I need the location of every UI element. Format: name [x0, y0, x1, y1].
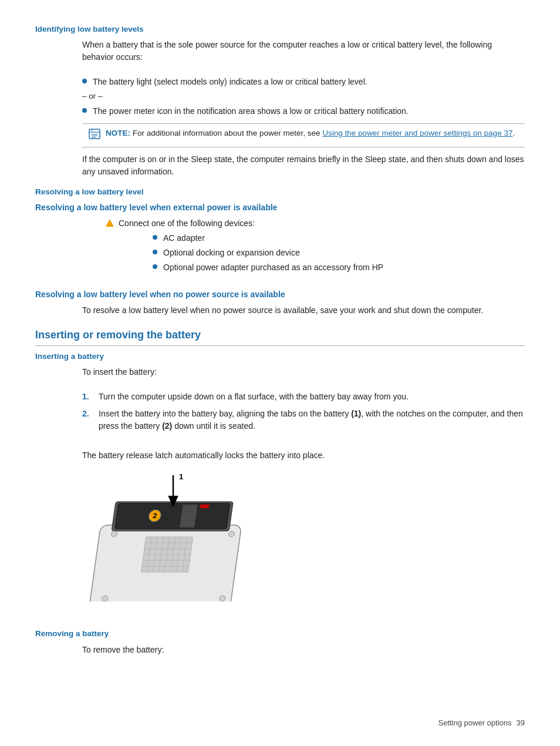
- svg-text:1: 1: [179, 472, 183, 481]
- resolving-sub2-text: To resolve a low battery level when no p…: [82, 304, 525, 317]
- step-number: 1.: [82, 391, 99, 403]
- identifying-bullets1: The battery light (select models only) i…: [82, 76, 525, 88]
- removing-body: To remove the battery:: [82, 644, 525, 656]
- inserting-removing-section: Inserting or removing the battery Insert…: [35, 327, 525, 656]
- bullet-text: Optional power adapter purchased as an a…: [163, 261, 383, 274]
- list-item: Optional docking or expansion device: [153, 247, 525, 259]
- bullet-dot-icon: [153, 264, 157, 269]
- note-end: .: [512, 129, 515, 137]
- identifying-bullets2: The power meter icon in the notification…: [82, 105, 525, 117]
- resolving-sub1-heading: Resolving a low battery level when exter…: [35, 201, 525, 214]
- or-separator: – or –: [82, 90, 525, 102]
- step-text: Turn the computer upside down on a flat …: [99, 391, 409, 403]
- inserting-body: To insert the battery: 1. Turn the compu…: [82, 366, 525, 462]
- resolving-sub1-body: Connect one of the following devices: AC…: [106, 217, 525, 274]
- note-body-text: For additional information about the pow…: [133, 129, 322, 137]
- list-item: The power meter icon in the notification…: [82, 105, 525, 117]
- warning-row: Connect one of the following devices:: [106, 217, 525, 230]
- warning-triangle-icon: [106, 219, 114, 227]
- inserting-intro: To insert the battery:: [82, 366, 525, 378]
- svg-rect-8: [115, 503, 230, 529]
- bullet-text: The power meter icon in the notification…: [93, 105, 409, 117]
- footer-text: Setting power options: [438, 717, 512, 729]
- identifying-intro-text: When a battery that is the sole power so…: [82, 39, 525, 63]
- step-number: 2.: [82, 408, 99, 420]
- identifying-body1: When a battery that is the sole power so…: [82, 39, 525, 88]
- battery-image: 2: [82, 472, 264, 601]
- note-icon: ✏: [88, 128, 101, 143]
- bullet-text: The battery light (select models only) i…: [93, 76, 367, 88]
- latch-note: The battery release latch automatically …: [82, 449, 525, 462]
- warning-text: Connect one of the following devices:: [119, 217, 255, 230]
- svg-rect-28: [200, 505, 210, 508]
- identifying-body2: If the computer is on or in the Sleep st…: [82, 153, 525, 178]
- list-item: 1. Turn the computer upside down on a fl…: [82, 391, 525, 403]
- resolving-sub1-bullets: AC adapter Optional docking or expansion…: [153, 232, 525, 274]
- resolving-heading: Resolving a low battery level: [35, 186, 525, 198]
- removing-heading: Removing a battery: [35, 628, 525, 640]
- list-item: 2. Insert the battery into the battery b…: [82, 408, 525, 432]
- page-footer: Setting power options 39: [438, 717, 525, 729]
- identifying-bullets2-container: The power meter icon in the notification…: [82, 105, 525, 178]
- battery-figure: 2: [82, 472, 525, 605]
- removing-intro: To remove the battery:: [82, 644, 525, 656]
- bullet-dot-icon: [82, 108, 87, 113]
- note-label: NOTE:: [106, 129, 130, 137]
- bullet-text: AC adapter: [163, 232, 205, 244]
- inserting-removing-heading: Inserting or removing the battery: [35, 327, 525, 346]
- identifying-low-battery-section: Identifying low battery levels When a ba…: [35, 23, 525, 178]
- bullet-dot-icon: [153, 235, 157, 240]
- inserting-heading: Inserting a battery: [35, 351, 525, 362]
- bullet-dot-icon: [153, 250, 157, 254]
- list-item: Optional power adapter purchased as an a…: [153, 261, 525, 274]
- list-item: AC adapter: [153, 232, 525, 244]
- note-link[interactable]: Using the power meter and power settings…: [322, 129, 512, 137]
- bullet-dot-icon: [82, 79, 87, 83]
- note-content: NOTE: For additional information about t…: [106, 127, 515, 139]
- identifying-heading: Identifying low battery levels: [35, 23, 525, 35]
- resolving-sub2-body: To resolve a low battery level when no p…: [82, 304, 525, 317]
- step-text: Insert the battery into the battery bay,…: [99, 408, 525, 432]
- bullet-text: Optional docking or expansion device: [163, 247, 300, 259]
- list-item: The battery light (select models only) i…: [82, 76, 525, 88]
- resolving-sub2-heading: Resolving a low battery level when no po…: [35, 288, 525, 301]
- inserting-steps: 1. Turn the computer upside down on a fl…: [82, 391, 525, 432]
- note-box: ✏ NOTE: For additional information about…: [82, 123, 525, 147]
- footer-page: 39: [517, 717, 525, 729]
- resolving-section: Resolving a low battery level Resolving …: [35, 186, 525, 317]
